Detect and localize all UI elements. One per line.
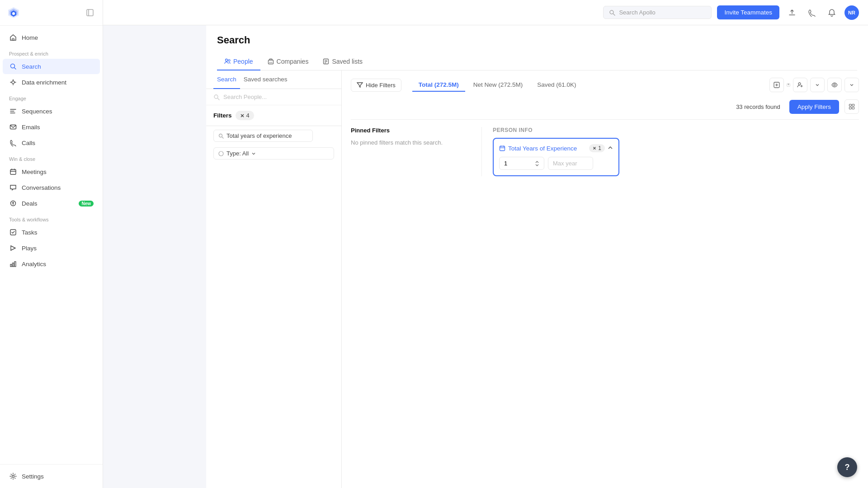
min-year-input[interactable]: 1 bbox=[499, 157, 544, 170]
person-info-label: Person Info bbox=[493, 127, 859, 133]
add-to-list-icon-button[interactable] bbox=[769, 78, 784, 92]
layout-toggle-button[interactable] bbox=[844, 99, 859, 114]
svg-rect-4 bbox=[87, 9, 93, 16]
eye-icon-button[interactable] bbox=[827, 78, 842, 92]
filter-count-badge[interactable]: 1 bbox=[589, 144, 605, 152]
search-type-tab-search[interactable]: Search bbox=[213, 70, 240, 89]
sidebar-item-search[interactable]: Search bbox=[3, 59, 100, 74]
person-add-icon-button[interactable] bbox=[793, 78, 807, 92]
filter-type-dropdown[interactable]: Type: All bbox=[213, 147, 334, 160]
main-content: Search People Companies Saved lists Sear… bbox=[206, 25, 868, 488]
tab-companies-label: Companies bbox=[277, 58, 309, 65]
sidebar-item-deals[interactable]: Deals New bbox=[3, 196, 100, 211]
global-search-bar[interactable]: Search Apollo bbox=[603, 6, 712, 19]
notification-icon[interactable] bbox=[825, 5, 839, 20]
svg-point-18 bbox=[610, 10, 613, 14]
view-chevron-icon bbox=[849, 83, 854, 87]
view-tab-total[interactable]: Total (272.5M) bbox=[412, 79, 465, 92]
collapse-sidebar-button[interactable] bbox=[84, 6, 96, 19]
meetings-icon bbox=[9, 168, 17, 176]
hide-filters-button[interactable]: Hide Filters bbox=[351, 79, 401, 92]
sidebar-item-analytics[interactable]: Analytics bbox=[3, 256, 100, 272]
sidebar-item-plays[interactable]: Plays bbox=[3, 240, 100, 256]
total-experience-filter-card: Total Years of Experience 1 bbox=[493, 138, 619, 176]
chevron-expand-btn[interactable] bbox=[810, 78, 825, 92]
filter-card-title: Total Years of Experience bbox=[499, 145, 577, 152]
filter-expand-button[interactable] bbox=[608, 145, 613, 152]
svg-rect-16 bbox=[14, 262, 16, 267]
eye-icon bbox=[831, 82, 838, 88]
filter-count-chip[interactable]: 4 bbox=[236, 111, 254, 120]
svg-point-43 bbox=[834, 84, 835, 86]
sidebar-item-enrichment-label: Data enrichment bbox=[22, 79, 66, 86]
filter-inputs: 1 Max year bbox=[499, 157, 613, 170]
svg-point-21 bbox=[228, 60, 230, 61]
view-tab-net-new[interactable]: Net New (272.5M) bbox=[467, 79, 529, 92]
sidebar-item-emails[interactable]: Emails bbox=[3, 119, 100, 135]
sidebar-item-data-enrichment[interactable]: Data enrichment bbox=[3, 75, 100, 90]
filter-x-icon bbox=[240, 113, 245, 118]
page-title: Search bbox=[217, 34, 857, 46]
search-type-tab-saved[interactable]: Saved searches bbox=[240, 70, 291, 89]
svg-rect-48 bbox=[500, 146, 505, 151]
chevron-down-icon bbox=[251, 151, 256, 156]
people-search-input[interactable]: Search People... bbox=[206, 89, 341, 105]
max-year-input[interactable]: Max year bbox=[548, 157, 593, 170]
search-icon bbox=[9, 62, 17, 70]
calendar-icon bbox=[499, 145, 505, 151]
invite-teammates-button[interactable]: Invite Teammates bbox=[717, 5, 779, 19]
app-logo[interactable] bbox=[6, 5, 21, 20]
svg-point-3 bbox=[12, 12, 15, 15]
tab-people-label: People bbox=[233, 58, 253, 65]
svg-rect-6 bbox=[12, 38, 14, 40]
filter-search-bar[interactable]: Total years of experience bbox=[213, 130, 313, 142]
sidebar-item-sequences[interactable]: Sequences bbox=[3, 103, 100, 119]
funnel-icon bbox=[357, 82, 363, 88]
stepper-icon bbox=[535, 160, 539, 167]
tasks-icon bbox=[9, 228, 17, 236]
phone-icon[interactable] bbox=[805, 5, 819, 20]
svg-rect-11 bbox=[10, 169, 16, 174]
sidebar-item-calls[interactable]: Calls bbox=[3, 135, 100, 150]
filter-type-icon bbox=[218, 151, 224, 156]
expand-icon[interactable] bbox=[787, 83, 790, 87]
home-icon bbox=[9, 33, 17, 42]
sidebar-item-home-label: Home bbox=[22, 34, 38, 41]
svg-line-19 bbox=[613, 14, 615, 15]
plays-icon bbox=[9, 244, 17, 252]
filter-count: 4 bbox=[246, 112, 250, 119]
sidebar-item-conversations-label: Conversations bbox=[22, 184, 61, 191]
svg-line-31 bbox=[218, 98, 220, 100]
tab-saved-lists[interactable]: Saved lists bbox=[316, 53, 370, 70]
filter-card-title-text: Total Years of Experience bbox=[508, 145, 577, 152]
svg-point-20 bbox=[226, 59, 228, 61]
page-header: Search People Companies Saved lists bbox=[206, 25, 868, 70]
sidebar-item-tasks[interactable]: Tasks bbox=[3, 225, 100, 240]
emails-icon bbox=[9, 123, 17, 131]
sidebar-item-conversations[interactable]: Conversations bbox=[3, 180, 100, 195]
apply-filters-button[interactable]: Apply Filters bbox=[789, 100, 839, 114]
upload-icon[interactable] bbox=[785, 5, 799, 20]
user-avatar[interactable]: NR bbox=[844, 5, 859, 20]
view-tab-saved[interactable]: Saved (61.0K) bbox=[531, 79, 582, 92]
filter-card-header: Total Years of Experience 1 bbox=[499, 144, 613, 152]
help-button[interactable]: ? bbox=[837, 457, 857, 477]
view-chevron-btn[interactable] bbox=[844, 78, 859, 92]
filter-panels-row: Pinned Filters No pinned filters match t… bbox=[351, 127, 859, 176]
people-search-placeholder: Search People... bbox=[223, 94, 267, 100]
tab-people[interactable]: People bbox=[217, 53, 260, 70]
sidebar-item-meetings[interactable]: Meetings bbox=[3, 164, 100, 179]
sidebar-item-settings[interactable]: Settings bbox=[3, 469, 100, 484]
conversations-icon bbox=[9, 183, 17, 192]
person-add-icon bbox=[797, 82, 803, 88]
sidebar-nav: Home Prospect & enrich Search Data enric… bbox=[0, 26, 103, 464]
filter-label: Filters bbox=[213, 112, 232, 119]
filter-badge-count: 1 bbox=[598, 145, 601, 151]
section-label-tools: Tools & workflows bbox=[0, 211, 103, 224]
tab-companies[interactable]: Companies bbox=[260, 53, 316, 70]
layout-icon bbox=[849, 103, 855, 110]
svg-line-8 bbox=[14, 68, 16, 70]
pinned-filters-panel: Pinned Filters No pinned filters match t… bbox=[351, 127, 482, 176]
sidebar-item-home[interactable]: Home bbox=[3, 30, 100, 45]
settings-icon bbox=[9, 472, 17, 480]
